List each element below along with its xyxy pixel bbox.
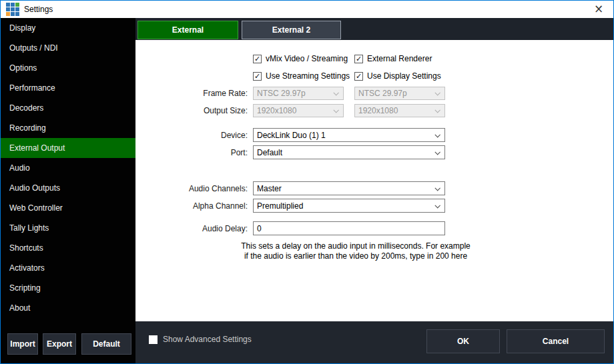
checkbox-checked-icon[interactable] <box>354 72 363 81</box>
chevron-down-icon <box>434 149 440 155</box>
checkbox-checked-icon[interactable] <box>354 55 363 63</box>
sidebar-item-tally-lights[interactable]: Tally Lights <box>1 218 135 238</box>
vmix-video-streaming-checkbox[interactable]: vMix Video / Streaming <box>253 54 348 63</box>
chevron-down-icon <box>434 203 440 208</box>
settings-window: Settings × Display Outputs / NDI Options… <box>0 0 614 364</box>
chevron-down-icon <box>434 185 440 191</box>
chevron-down-icon <box>434 90 440 95</box>
checkbox-label: External Renderer <box>367 54 432 63</box>
frame-rate-label: Frame Rate: <box>135 89 248 98</box>
export-button[interactable]: Export <box>43 333 76 355</box>
sidebar: Display Outputs / NDI Options Performanc… <box>1 18 135 363</box>
audio-channels-label: Audio Channels: <box>135 184 248 193</box>
checkbox-label: Use Display Settings <box>367 71 441 81</box>
chevron-down-icon <box>333 90 338 95</box>
title-bar: Settings × <box>1 1 613 18</box>
checkbox-checked-icon[interactable] <box>253 72 262 81</box>
sidebar-item-shortcuts[interactable]: Shortcuts <box>1 238 135 258</box>
vmix-logo-icon <box>6 3 19 16</box>
checkbox-unchecked-icon[interactable] <box>149 335 158 344</box>
chevron-down-icon <box>434 107 440 113</box>
tab-external-2[interactable]: External 2 <box>242 21 341 39</box>
sidebar-item-audio-outputs[interactable]: Audio Outputs <box>1 178 135 198</box>
footer-bar: Show Advanced Settings OK Cancel <box>135 321 613 363</box>
external-renderer-checkbox[interactable]: External Renderer <box>354 54 432 63</box>
use-streaming-settings-checkbox[interactable]: Use Streaming Settings <box>253 71 350 81</box>
output-size-label: Output Size: <box>135 106 248 115</box>
alpha-channel-label: Alpha Channel: <box>135 201 248 211</box>
window-title: Settings <box>24 5 53 14</box>
output-size-select-2: 1920x1080 <box>354 104 445 117</box>
sidebar-item-activators[interactable]: Activators <box>1 258 135 278</box>
sidebar-item-about[interactable]: About <box>1 298 135 318</box>
use-display-settings-checkbox[interactable]: Use Display Settings <box>354 71 441 81</box>
device-label: Device: <box>135 131 248 140</box>
port-label: Port: <box>135 148 248 157</box>
cancel-button[interactable]: Cancel <box>507 329 605 353</box>
audio-channels-select[interactable]: Master <box>253 181 445 195</box>
tab-external[interactable]: External <box>137 21 238 39</box>
frame-rate-select-1: NTSC 29.97p <box>253 87 344 100</box>
sidebar-item-display[interactable]: Display <box>1 18 135 38</box>
chevron-down-icon <box>333 107 338 113</box>
chevron-down-icon <box>434 132 440 137</box>
close-icon[interactable]: × <box>585 1 612 17</box>
sidebar-item-audio[interactable]: Audio <box>1 158 135 178</box>
external-output-panel: vMix Video / Streaming External Renderer… <box>135 40 613 321</box>
import-button[interactable]: Import <box>7 333 38 355</box>
sidebar-item-recording[interactable]: Recording <box>1 118 135 138</box>
sidebar-item-outputs-ndi[interactable]: Outputs / NDI <box>1 38 135 58</box>
audio-delay-helper-text: This sets a delay on the audio input in … <box>241 241 471 261</box>
checkbox-checked-icon[interactable] <box>253 55 262 63</box>
audio-delay-input[interactable] <box>253 221 445 235</box>
alpha-channel-select[interactable]: Premultiplied <box>253 199 445 213</box>
show-advanced-settings-checkbox[interactable]: Show Advanced Settings <box>149 335 252 344</box>
default-button[interactable]: Default <box>81 333 131 355</box>
sidebar-item-web-controller[interactable]: Web Controller <box>1 198 135 218</box>
sidebar-item-decoders[interactable]: Decoders <box>1 98 135 118</box>
checkbox-label: vMix Video / Streaming <box>266 54 348 63</box>
frame-rate-select-2: NTSC 29.97p <box>354 87 445 100</box>
ok-button[interactable]: OK <box>426 329 500 353</box>
checkbox-label: Use Streaming Settings <box>266 71 350 81</box>
sidebar-item-performance[interactable]: Performance <box>1 78 135 98</box>
tab-strip: External External 2 <box>135 18 613 40</box>
port-select[interactable]: Default <box>253 145 445 159</box>
sidebar-item-external-output[interactable]: External Output <box>1 138 135 158</box>
sidebar-item-scripting[interactable]: Scripting <box>1 278 135 298</box>
output-size-select-1: 1920x1080 <box>253 104 344 117</box>
device-select[interactable]: DeckLink Duo (1) 1 <box>253 128 445 142</box>
sidebar-item-options[interactable]: Options <box>1 58 135 78</box>
audio-delay-label: Audio Delay: <box>135 224 248 233</box>
show-advanced-settings-label: Show Advanced Settings <box>163 335 252 344</box>
